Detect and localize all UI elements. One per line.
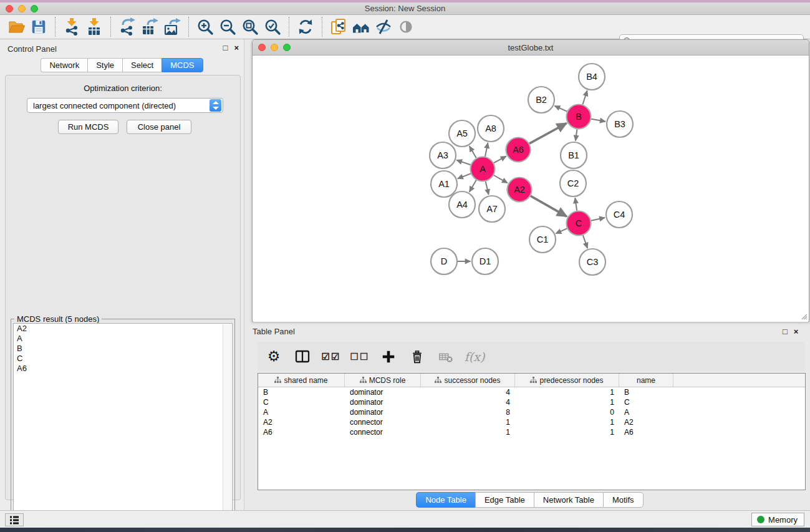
- result-item-B[interactable]: B: [14, 344, 232, 354]
- tab-select[interactable]: Select: [122, 58, 162, 72]
- split-view-icon[interactable]: [292, 347, 312, 367]
- graph-edge-A-A8[interactable]: [485, 143, 488, 157]
- cell[interactable]: connector: [345, 427, 421, 437]
- settings-gear-icon[interactable]: ⚙: [264, 347, 284, 367]
- graph-edge-C-C3[interactable]: [583, 235, 587, 248]
- graph-node-B3[interactable]: B3: [607, 111, 633, 137]
- cell[interactable]: A6: [258, 427, 345, 437]
- graph-node-A4[interactable]: A4: [449, 191, 475, 218]
- add-column-icon[interactable]: [378, 347, 398, 367]
- tab-network[interactable]: Network: [41, 58, 87, 72]
- cell[interactable]: A: [258, 407, 345, 417]
- open-session-icon[interactable]: [5, 16, 27, 37]
- graph-node-C3[interactable]: C3: [579, 249, 605, 275]
- export-network-icon[interactable]: [116, 16, 138, 37]
- home-icon[interactable]: [350, 16, 372, 37]
- network-minimize-icon[interactable]: [271, 44, 278, 51]
- network-canvas[interactable]: AA1A2A3A4A5A6A7A8BB1B2B3B4CC1C2C3C4DD1: [253, 56, 808, 322]
- cell[interactable]: 1: [515, 427, 619, 437]
- import-table-icon[interactable]: [83, 16, 105, 37]
- close-table-panel-icon[interactable]: ×: [794, 327, 799, 336]
- network-graph[interactable]: AA1A2A3A4A5A6A7A8BB1B2B3B4CC1C2C3C4DD1: [253, 56, 808, 322]
- tab-edge-table[interactable]: Edge Table: [475, 492, 534, 508]
- cell[interactable]: 0: [515, 407, 619, 417]
- graph-node-C[interactable]: C: [567, 211, 591, 236]
- refresh-icon[interactable]: [294, 16, 317, 37]
- cell[interactable]: dominator: [345, 387, 421, 397]
- graph-node-B2[interactable]: B2: [528, 87, 554, 113]
- cell[interactable]: B: [619, 387, 673, 397]
- memory-button[interactable]: Memory: [751, 513, 804, 526]
- tab-mcds[interactable]: MCDS: [162, 58, 203, 72]
- cell[interactable]: 1: [421, 427, 515, 437]
- graph-node-A8[interactable]: A8: [478, 115, 504, 142]
- graph-node-A6[interactable]: A6: [506, 138, 531, 162]
- graph-edge-A-A1[interactable]: [458, 173, 471, 178]
- network-close-icon[interactable]: [258, 44, 266, 51]
- zoom-in-icon[interactable]: [194, 16, 216, 37]
- float-table-panel-icon[interactable]: □: [783, 327, 788, 336]
- deselect-all-icon[interactable]: ☐☐: [350, 347, 370, 367]
- cell[interactable]: connector: [345, 417, 421, 427]
- graph-node-A[interactable]: A: [471, 157, 495, 181]
- table-row-A[interactable]: Adominator80A: [258, 407, 805, 417]
- network-zoom-icon[interactable]: [283, 44, 291, 51]
- table-row-A6[interactable]: A6connector11A6: [258, 427, 805, 437]
- node-table[interactable]: shared nameMCDS rolesuccessor nodesprede…: [258, 373, 806, 490]
- cell[interactable]: 1: [515, 397, 619, 407]
- import-network-icon[interactable]: [60, 16, 83, 37]
- cell[interactable]: 1: [515, 417, 619, 427]
- run-mcds-button[interactable]: Run MCDS: [58, 120, 118, 134]
- cell[interactable]: B: [258, 387, 345, 397]
- graph-node-A2[interactable]: A2: [508, 178, 532, 202]
- duplicate-network-icon[interactable]: [327, 16, 350, 37]
- graph-node-C2[interactable]: C2: [560, 170, 586, 196]
- zoom-window-icon[interactable]: [31, 5, 38, 12]
- graph-edge-C-C4[interactable]: [591, 218, 605, 221]
- hide-selected-icon[interactable]: [372, 16, 395, 37]
- resize-grip-icon[interactable]: [800, 312, 808, 320]
- graph-edge-B-B4[interactable]: [582, 90, 587, 104]
- close-panel-button[interactable]: Close panel: [127, 120, 191, 134]
- delete-column-icon[interactable]: [407, 347, 427, 367]
- task-history-button[interactable]: [5, 513, 24, 526]
- minimize-window-icon[interactable]: [18, 5, 26, 12]
- table-row-C[interactable]: Cdominator41C: [258, 397, 805, 407]
- cell[interactable]: C: [619, 397, 673, 407]
- cell[interactable]: dominator: [345, 407, 421, 417]
- cell[interactable]: 8: [421, 407, 515, 417]
- result-item-C[interactable]: C: [14, 354, 232, 364]
- graph-node-D[interactable]: D: [431, 248, 457, 274]
- graph-node-A1[interactable]: A1: [431, 171, 457, 197]
- cell[interactable]: A: [619, 407, 673, 417]
- graph-edge-A2-C[interactable]: [531, 196, 567, 216]
- cell[interactable]: 4: [421, 397, 515, 407]
- show-all-icon[interactable]: [395, 16, 417, 37]
- graph-edge-A-A4[interactable]: [470, 180, 476, 192]
- close-panel-icon[interactable]: ×: [234, 43, 239, 52]
- cell[interactable]: A2: [258, 417, 345, 427]
- graph-edge-A-A7[interactable]: [486, 181, 489, 195]
- criterion-select[interactable]: largest connected component (directed): [27, 98, 223, 113]
- graph-node-D1[interactable]: D1: [472, 248, 498, 274]
- graph-edge-A-A5[interactable]: [470, 146, 476, 158]
- cell[interactable]: A2: [619, 417, 673, 427]
- column-header-successor-nodes[interactable]: successor nodes: [421, 374, 515, 387]
- graph-node-B4[interactable]: B4: [579, 64, 605, 90]
- graph-node-C4[interactable]: C4: [606, 201, 632, 228]
- export-image-icon[interactable]: [161, 16, 183, 37]
- select-all-icon[interactable]: ☑☑: [321, 347, 341, 367]
- zoom-out-icon[interactable]: [216, 16, 239, 37]
- graph-edge-C-C1[interactable]: [556, 228, 567, 233]
- tab-motifs[interactable]: Motifs: [603, 492, 644, 508]
- graph-edge-B-B1[interactable]: [576, 129, 577, 140]
- table-row-B[interactable]: Bdominator41B: [258, 387, 805, 397]
- graph-node-B1[interactable]: B1: [561, 142, 587, 168]
- column-header-name[interactable]: name: [619, 374, 673, 387]
- zoom-fit-icon[interactable]: [239, 16, 261, 37]
- table-row-A2[interactable]: A2connector11A2: [258, 417, 805, 427]
- cell[interactable]: 4: [421, 387, 515, 397]
- column-header-predecessor-nodes[interactable]: predecessor nodes: [515, 374, 619, 387]
- graph-edge-A-A6[interactable]: [494, 157, 506, 163]
- export-table-icon[interactable]: [138, 16, 161, 37]
